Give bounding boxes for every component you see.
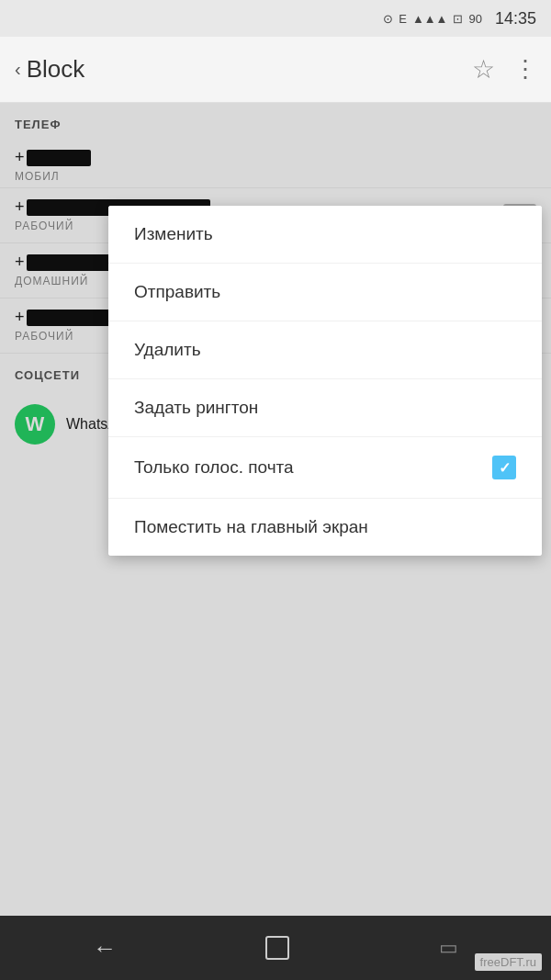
menu-item-ringtone[interactable]: Задать рингтон [108,379,542,437]
nav-back-icon: ← [93,934,117,963]
menu-item-send-label: Отправить [134,282,220,302]
menu-item-homescreen-label: Поместить на главный экран [134,517,368,537]
menu-item-ringtone-label: Задать рингтон [134,398,258,418]
menu-item-edit[interactable]: Изменить [108,206,542,264]
dropdown-menu: Изменить Отправить Удалить Задать рингто… [108,206,542,556]
status-bar: ⊙ E ▲▲▲ ⊡ 90 14:35 [0,0,551,37]
nav-home-icon [265,936,289,960]
menu-item-delete[interactable]: Удалить [108,321,542,379]
signal-strength-icon: E [399,12,407,26]
app-bar-title: Block [27,55,85,84]
menu-item-voicemail-label: Только голос. почта [134,457,294,478]
watermark: freeDFT.ru [475,953,542,971]
status-icons: ⊙ E ▲▲▲ ⊡ 90 [383,12,482,26]
menu-item-send[interactable]: Отправить [108,264,542,321]
menu-item-voicemail[interactable]: Только голос. почта [108,437,542,499]
nav-recents-icon: ▭ [439,936,458,960]
nav-home-button[interactable] [238,929,317,967]
menu-item-homescreen[interactable]: Поместить на главный экран [108,499,542,556]
nav-back-button[interactable]: ← [65,927,144,970]
alarm-icon: ⊙ [383,12,393,26]
chevron-left-icon: ‹ [15,59,21,80]
app-bar-actions: ☆ ⋮ [472,54,536,84]
more-options-icon[interactable]: ⋮ [513,55,536,84]
signal-bars-icon: ▲▲▲ [412,12,448,26]
nav-bar: ← ▭ freeDFT.ru [0,916,551,980]
battery-percent: 90 [468,12,481,26]
battery-icon: ⊡ [453,12,463,26]
status-time: 14:35 [495,9,536,28]
voicemail-checkbox[interactable] [492,456,516,479]
menu-item-delete-label: Удалить [134,340,201,360]
favorite-icon[interactable]: ☆ [472,54,495,84]
back-button[interactable]: ‹ Block [15,55,84,84]
app-bar: ‹ Block ☆ ⋮ [0,37,551,103]
menu-item-edit-label: Изменить [134,224,213,244]
main-content: ТЕЛЕФ + МОБИЛ + РАБОЧИЙ + ДОМАШН [0,103,551,916]
